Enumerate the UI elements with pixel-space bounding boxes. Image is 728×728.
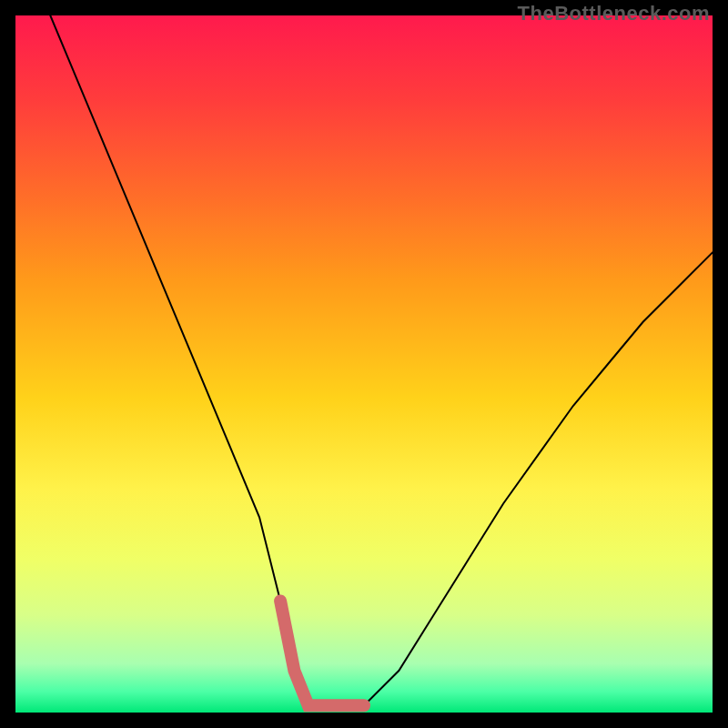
sweet-spot-highlight: [280, 601, 364, 705]
bottleneck-curve: [50, 15, 713, 709]
watermark-text: TheBottleneck.com: [518, 2, 710, 25]
chart-plot-area: [15, 15, 713, 713]
bottleneck-chart-svg: [15, 15, 713, 713]
chart-frame: TheBottleneck.com: [0, 0, 728, 728]
